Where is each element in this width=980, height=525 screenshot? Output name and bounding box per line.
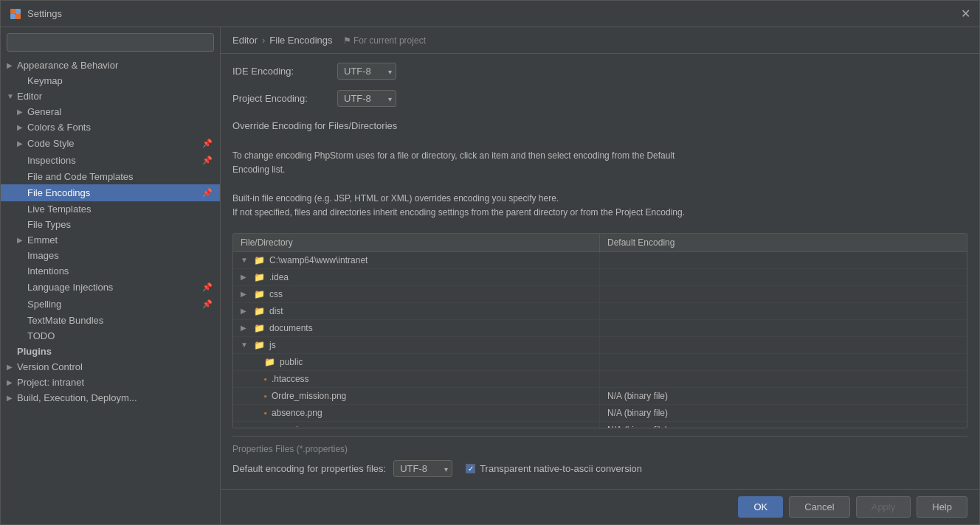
sidebar-item-label: Colors & Fonts: [27, 122, 91, 133]
desc-line4: Built-in file encoding (e.g. JSP, HTML o…: [232, 193, 559, 204]
sidebar: ▶ Appearance & Behavior Keymap ▼ Editor …: [1, 27, 221, 524]
sidebar-item-spelling[interactable]: Spelling 📌: [1, 296, 220, 313]
folder-icon: 📁: [264, 357, 275, 367]
sidebar-item-inspections[interactable]: Inspections 📌: [1, 152, 220, 169]
properties-encoding-dropdown[interactable]: UTF-8: [393, 460, 452, 477]
table-cell-name: ▶ 📁 dist: [233, 303, 600, 319]
folder-icon: 📁: [254, 340, 265, 350]
table-cell-name: ▼ 📁 js: [233, 337, 600, 353]
table-row[interactable]: ▶ 📁 documents: [233, 320, 967, 337]
sidebar-item-textmate-bundles[interactable]: TextMate Bundles: [1, 313, 220, 328]
table-cell-name: ▶ 📁 css: [233, 286, 600, 302]
sidebar-item-plugins[interactable]: Plugins: [1, 344, 220, 359]
table-cell-name: ▶ 📁 documents: [233, 320, 600, 336]
sidebar-item-project-intranet[interactable]: ▶ Project: intranet: [1, 375, 220, 390]
expand-arrow-css[interactable]: ▶: [241, 290, 249, 298]
sidebar-item-label: Live Templates: [27, 204, 91, 215]
sidebar-item-label: Code Style: [27, 138, 75, 149]
table-row[interactable]: ▶ ▪ Ordre_mission.png N/A (binary file): [233, 388, 967, 405]
table-row[interactable]: ▶ ▪ annuaire.png N/A (binary file): [233, 422, 967, 428]
search-input[interactable]: [7, 33, 214, 52]
desc-line2: Encoding list.: [232, 164, 285, 175]
properties-section: Properties Files (*.properties) Default …: [232, 436, 967, 480]
override-section-header: Override Encoding for Files/Directories: [232, 120, 967, 131]
expand-arrow-idea[interactable]: ▶: [241, 273, 249, 281]
sidebar-item-label: Build, Execution, Deploym...: [17, 392, 137, 403]
expand-arrow-vc: ▶: [7, 363, 17, 371]
sidebar-item-label: Spelling: [27, 299, 61, 310]
expand-arrow-appearance: ▶: [7, 61, 17, 69]
table-row[interactable]: ▶ 📁 public: [233, 354, 967, 371]
sidebar-item-images[interactable]: Images: [1, 248, 220, 263]
close-button[interactable]: ✕: [961, 7, 970, 21]
table-row[interactable]: ▶ 📁 .idea: [233, 269, 967, 286]
table-cell-encoding: [600, 354, 967, 370]
row-name: dist: [269, 306, 283, 316]
sidebar-item-general[interactable]: ▶ General: [1, 104, 220, 119]
sidebar-item-code-style[interactable]: ▶ Code Style 📌: [1, 135, 220, 152]
cancel-button[interactable]: Cancel: [789, 496, 849, 518]
sidebar-item-language-injections[interactable]: Language Injections 📌: [1, 279, 220, 296]
row-name: .idea: [269, 272, 289, 282]
svg-rect-0: [10, 9, 15, 14]
ide-encoding-dropdown[interactable]: UTF-8: [337, 63, 396, 80]
project-encoding-row: Project Encoding: UTF-8 ▾: [232, 90, 967, 107]
checkbox-label: Transparent native-to-ascii conversion: [480, 463, 642, 474]
spacer: [17, 251, 27, 260]
ok-button[interactable]: OK: [738, 496, 783, 518]
main-content-area: IDE Encoding: UTF-8 ▾ Project Encoding: …: [221, 54, 979, 489]
row-name: js: [269, 340, 276, 350]
expand-arrow-colors: ▶: [17, 123, 27, 131]
folder-icon: 📁: [254, 323, 265, 333]
row-name: documents: [269, 323, 313, 333]
folder-icon: 📁: [254, 306, 265, 316]
sidebar-item-label: File Types: [27, 219, 71, 230]
sidebar-item-file-code-templates[interactable]: File and Code Templates: [1, 169, 220, 184]
expand-arrow-dist[interactable]: ▶: [241, 307, 249, 315]
table-row[interactable]: ▶ ▪ .htaccess: [233, 371, 967, 388]
spacer: [17, 205, 27, 213]
sidebar-item-todo[interactable]: TODO: [1, 328, 220, 344]
sidebar-item-appearance-behavior[interactable]: ▶ Appearance & Behavior: [1, 58, 220, 73]
table-body: ▼ 📁 C:\wamp64\www\intranet ▶ 📁 .id: [233, 252, 967, 428]
row-name: annuaire.png: [272, 425, 323, 428]
table-cell-encoding: [600, 337, 967, 353]
table-row[interactable]: ▶ 📁 dist: [233, 303, 967, 320]
properties-title: Properties Files (*.properties): [232, 444, 967, 454]
table-cell-name: ▶ ▪ .htaccess: [233, 371, 600, 387]
sidebar-item-emmet[interactable]: ▶ Emmet: [1, 232, 220, 248]
sidebar-item-colors-fonts[interactable]: ▶ Colors & Fonts: [1, 119, 220, 135]
sidebar-item-editor[interactable]: ▼ Editor: [1, 88, 220, 104]
table-row[interactable]: ▼ 📁 C:\wamp64\www\intranet: [233, 252, 967, 269]
folder-icon: 📁: [254, 272, 265, 282]
sidebar-item-build-execution[interactable]: ▶ Build, Execution, Deploym...: [1, 390, 220, 406]
table-row[interactable]: ▶ 📁 css: [233, 286, 967, 303]
transparent-conversion-checkbox[interactable]: ✓ Transparent native-to-ascii conversion: [466, 463, 642, 474]
expand-arrow-js[interactable]: ▼: [241, 341, 249, 349]
project-encoding-dropdown[interactable]: UTF-8: [337, 90, 396, 107]
table-cell-encoding: N/A (binary file): [600, 388, 967, 404]
spacer: [17, 316, 27, 324]
sidebar-item-file-types[interactable]: File Types: [1, 217, 220, 232]
apply-button[interactable]: Apply: [856, 496, 911, 518]
spacer: [7, 347, 17, 355]
help-button[interactable]: Help: [917, 496, 967, 518]
row-name: public: [280, 357, 303, 367]
sidebar-item-intentions[interactable]: Intentions: [1, 263, 220, 279]
sidebar-item-label: Inspections: [27, 155, 76, 166]
table-cell-encoding: N/A (binary file): [600, 405, 967, 421]
sidebar-item-label: TextMate Bundles: [27, 315, 103, 326]
table-row[interactable]: ▶ ▪ absence.png N/A (binary file): [233, 405, 967, 422]
desc-line1: To change encoding PhpStorm uses for a f…: [232, 150, 674, 161]
sidebar-item-keymap[interactable]: Keymap: [1, 73, 220, 88]
sidebar-item-label: TODO: [27, 330, 55, 341]
sidebar-item-live-templates[interactable]: Live Templates: [1, 201, 220, 217]
project-encoding-label: Project Encoding:: [232, 93, 328, 104]
sidebar-item-version-control[interactable]: ▶ Version Control: [1, 359, 220, 375]
table-row[interactable]: ▼ 📁 js: [233, 337, 967, 354]
expand-arrow-root[interactable]: ▼: [241, 256, 249, 264]
title-bar: Settings ✕: [1, 1, 979, 27]
expand-arrow-documents[interactable]: ▶: [241, 324, 249, 332]
properties-row: Default encoding for properties files: U…: [232, 460, 967, 477]
sidebar-item-file-encodings[interactable]: File Encodings 📌: [1, 184, 220, 201]
